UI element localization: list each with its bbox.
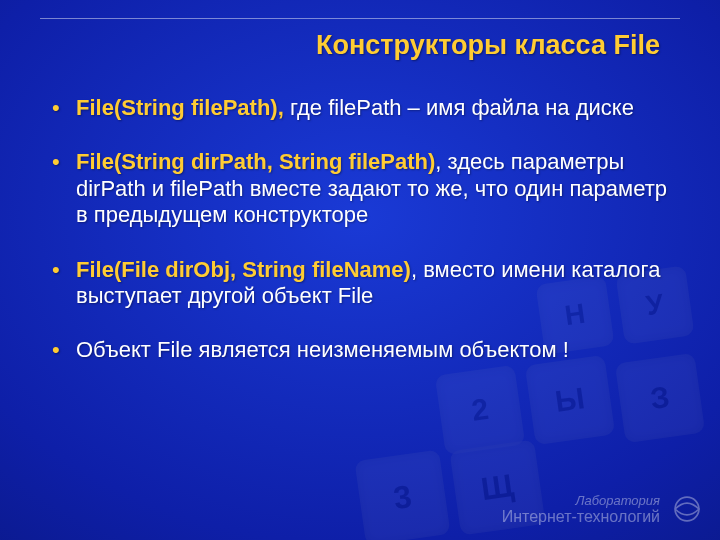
footer-line2: Интернет-технологий — [502, 508, 660, 526]
constructor-signature: File(File dirObj, String fileName) — [76, 257, 411, 282]
svg-point-0 — [675, 497, 699, 521]
list-item: Объект File является неизменяемым объект… — [48, 337, 672, 363]
constructor-signature: File(String filePath), — [76, 95, 284, 120]
divider-top — [40, 18, 680, 19]
slide-body: File(String filePath), где filePath – им… — [48, 95, 672, 392]
bg-key: 3 — [354, 449, 450, 540]
list-item: File(File dirObj, String fileName), вмес… — [48, 257, 672, 310]
bullet-text: Объект File является неизменяемым объект… — [76, 337, 569, 362]
list-item: File(String dirPath, String filePath), з… — [48, 149, 672, 228]
bullet-text: где filePath – имя файла на диске — [284, 95, 634, 120]
footer-line1: Лаборатория — [502, 494, 660, 508]
slide: Конструкторы класса File File(String fil… — [0, 0, 720, 540]
bullet-list: File(String filePath), где filePath – им… — [48, 95, 672, 364]
constructor-signature: File(String dirPath, String filePath) — [76, 149, 435, 174]
footer-logo-icon — [670, 492, 704, 526]
slide-title: Конструкторы класса File — [60, 30, 660, 61]
footer-branding: Лаборатория Интернет-технологий — [502, 494, 660, 526]
list-item: File(String filePath), где filePath – им… — [48, 95, 672, 121]
